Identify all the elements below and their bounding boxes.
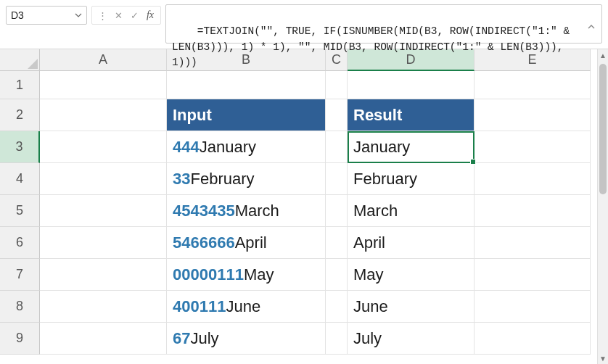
name-box-value: D3 — [11, 9, 24, 21]
cell-B1[interactable] — [167, 71, 326, 99]
row-header-9[interactable]: 9 — [0, 323, 40, 355]
cell-B9[interactable]: 67July — [167, 323, 326, 355]
cell-A9[interactable] — [40, 323, 167, 355]
accept-icon[interactable]: ✓ — [127, 8, 141, 22]
cell-D9[interactable]: July — [348, 323, 475, 355]
cell-B4-num: 33 — [173, 170, 190, 189]
cell-A5[interactable] — [40, 195, 167, 227]
formula-input[interactable]: =TEXTJOIN("", TRUE, IF(ISNUMBER(MID(B3, … — [165, 4, 602, 44]
cell-B3-text: January — [200, 138, 256, 157]
cell-D1[interactable] — [348, 71, 475, 99]
cell-B7-num: 00000111 — [173, 265, 244, 284]
cell-B3[interactable]: 444January — [167, 131, 326, 163]
cells-area[interactable]: Input Result 444January January 33Februa… — [40, 71, 591, 355]
cell-B7-text: May — [244, 265, 274, 284]
cell-E1[interactable] — [475, 71, 591, 99]
cell-D2-header[interactable]: Result — [348, 99, 475, 131]
cell-E7[interactable] — [475, 259, 591, 291]
cell-B3-num: 444 — [173, 138, 200, 157]
cell-E9[interactable] — [475, 323, 591, 355]
cell-B6[interactable]: 5466666April — [167, 227, 326, 259]
cell-C3[interactable] — [326, 131, 348, 163]
cell-A4[interactable] — [40, 163, 167, 195]
scroll-up-icon[interactable]: ▲ — [598, 49, 608, 61]
cell-D4[interactable]: February — [348, 163, 475, 195]
cell-C5[interactable] — [326, 195, 348, 227]
cell-D6[interactable]: April — [348, 227, 475, 259]
row-headers: 1 2 3 4 5 6 7 8 9 — [0, 71, 40, 355]
row-header-5[interactable]: 5 — [0, 195, 40, 227]
cell-B8-num: 400111 — [173, 297, 226, 316]
cell-C6[interactable] — [326, 227, 348, 259]
vertical-scrollbar[interactable]: ▲ ▼ — [597, 49, 608, 364]
scrollbar-thumb[interactable] — [599, 64, 607, 194]
cell-C7[interactable] — [326, 259, 348, 291]
cell-E2[interactable] — [475, 99, 591, 131]
col-header-A[interactable]: A — [40, 49, 167, 71]
cell-A8[interactable] — [40, 291, 167, 323]
cell-B8-text: June — [226, 297, 260, 316]
cell-B5[interactable]: 4543435March — [167, 195, 326, 227]
name-box[interactable]: D3 — [6, 6, 87, 25]
cell-C4[interactable] — [326, 163, 348, 195]
cell-C8[interactable] — [326, 291, 348, 323]
cell-B6-num: 5466666 — [173, 233, 235, 252]
cell-A6[interactable] — [40, 227, 167, 259]
cell-B9-text: July — [190, 329, 218, 348]
cell-B5-text: March — [235, 202, 279, 220]
cell-E6[interactable] — [475, 227, 591, 259]
cell-B7[interactable]: 00000111May — [167, 259, 326, 291]
cell-B4[interactable]: 33February — [167, 163, 326, 195]
cell-E5[interactable] — [475, 195, 591, 227]
cell-B9-num: 67 — [173, 329, 190, 348]
cell-E3[interactable] — [475, 131, 591, 163]
cell-D3[interactable]: January — [348, 131, 475, 163]
row-header-8[interactable]: 8 — [0, 291, 40, 323]
cell-B2-header[interactable]: Input — [167, 99, 326, 131]
cell-B5-num: 4543435 — [173, 202, 235, 220]
cell-C1[interactable] — [326, 71, 348, 99]
select-all-corner[interactable] — [0, 49, 40, 71]
cancel-icon[interactable]: ✕ — [111, 8, 126, 22]
cell-C9[interactable] — [326, 323, 348, 355]
chevron-down-icon[interactable] — [75, 9, 82, 21]
cell-E8[interactable] — [475, 291, 591, 323]
row-header-3[interactable]: 3 — [0, 131, 40, 163]
row-header-6[interactable]: 6 — [0, 227, 40, 259]
cell-D5[interactable]: March — [348, 195, 475, 227]
row-header-7[interactable]: 7 — [0, 259, 40, 291]
cell-D8[interactable]: June — [348, 291, 475, 323]
cell-A3[interactable] — [40, 131, 167, 163]
cell-C2[interactable] — [326, 99, 348, 131]
scroll-down-icon[interactable]: ▼ — [598, 352, 608, 364]
cell-D7[interactable]: May — [348, 259, 475, 291]
cell-A1[interactable] — [40, 71, 167, 99]
row-header-2[interactable]: 2 — [0, 99, 40, 131]
grid: A B C D E 1 2 3 4 5 6 7 8 9 — [0, 49, 608, 364]
formula-bar: D3 ⋮ ✕ ✓ fx =TEXTJOIN("", TRUE, IF(ISNUM… — [0, 0, 608, 49]
cell-A2[interactable] — [40, 99, 167, 131]
dots-icon[interactable]: ⋮ — [95, 8, 110, 22]
cell-B6-text: April — [235, 233, 267, 252]
formula-buttons: ⋮ ✕ ✓ fx — [91, 6, 161, 25]
fx-icon[interactable]: fx — [143, 8, 157, 22]
row-header-4[interactable]: 4 — [0, 163, 40, 195]
cell-A7[interactable] — [40, 259, 167, 291]
row-header-1[interactable]: 1 — [0, 71, 40, 99]
expand-up-icon[interactable] — [556, 9, 596, 49]
cell-E4[interactable] — [475, 163, 591, 195]
cell-B8[interactable]: 400111June — [167, 291, 326, 323]
cell-B4-text: February — [190, 170, 254, 189]
